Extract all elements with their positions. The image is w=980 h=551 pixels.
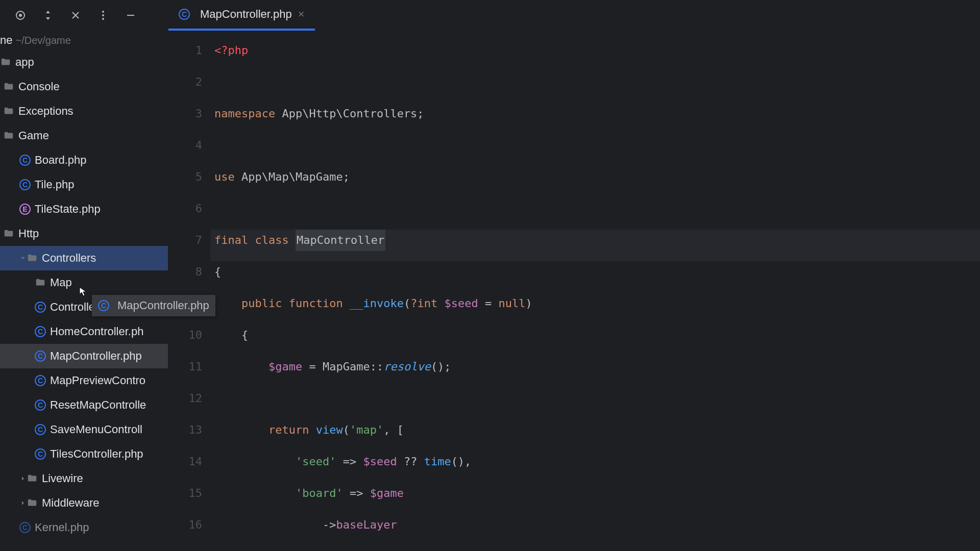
- code-line[interactable]: final class MapController: [210, 230, 980, 261]
- file-mapcontroller[interactable]: C MapController.php: [0, 344, 168, 368]
- project-root[interactable]: ne ~/Dev/game: [0, 31, 168, 50]
- drag-tooltip: C MapController.php: [92, 295, 215, 316]
- line-number: 1: [168, 40, 202, 71]
- code-line[interactable]: 'seed' => $seed ?? time(),: [210, 451, 980, 483]
- code-line[interactable]: [210, 135, 980, 166]
- code-line[interactable]: [210, 71, 980, 103]
- code-line[interactable]: $game = MapGame::resolve();: [210, 356, 980, 388]
- folder-icon: [3, 81, 14, 92]
- line-number: 15: [168, 483, 202, 514]
- editor-tab-bar: C MapController.php ×: [168, 0, 980, 31]
- file-tilestate[interactable]: E TileState.php: [0, 197, 168, 221]
- tree-label: MapController.php: [50, 349, 142, 363]
- code-line[interactable]: return view('map', [: [210, 419, 980, 451]
- minimize-icon[interactable]: [125, 9, 137, 21]
- project-sidebar: ne ~/Dev/game app Console Exceptions Gam…: [0, 0, 168, 551]
- folder-livewire[interactable]: Livewire: [0, 466, 168, 491]
- close-tab-icon[interactable]: ×: [298, 8, 305, 21]
- class-icon: C: [35, 350, 46, 362]
- tab-label: MapController.php: [200, 8, 292, 21]
- tree-label: Http: [18, 227, 39, 240]
- file-homecontroller[interactable]: C HomeController.ph: [0, 319, 168, 344]
- line-number: 3: [168, 103, 202, 135]
- more-icon[interactable]: [97, 9, 109, 21]
- class-icon: C: [19, 155, 31, 166]
- tree-label: Controllers: [42, 252, 96, 265]
- chevron-down-icon: [19, 255, 27, 262]
- file-resetmapcontroller[interactable]: C ResetMapControlle: [0, 393, 168, 417]
- tree-label: Exceptions: [18, 105, 74, 118]
- line-number: 14: [168, 451, 202, 483]
- code-line[interactable]: use App\Map\MapGame;: [210, 166, 980, 198]
- tree-label: Kernel.php: [35, 521, 89, 534]
- folder-http[interactable]: Http: [0, 221, 168, 246]
- file-tile[interactable]: C Tile.php: [0, 172, 168, 197]
- tree-label: HomeController.ph: [50, 325, 143, 338]
- line-number: 13: [168, 419, 202, 451]
- line-number: 7: [168, 230, 202, 261]
- line-number: 6: [168, 198, 202, 230]
- tree-label: MapPreviewContro: [50, 374, 145, 387]
- sidebar-toolbar: [0, 0, 168, 31]
- tree-label: Livewire: [42, 472, 83, 485]
- file-board[interactable]: C Board.php: [0, 148, 168, 172]
- tree-label: app: [15, 56, 34, 69]
- file-tilescontroller[interactable]: C TilesController.php: [0, 442, 168, 466]
- code-line[interactable]: {: [210, 324, 980, 356]
- tree-label: SaveMenuControll: [50, 423, 142, 436]
- folder-game[interactable]: Game: [0, 123, 168, 148]
- folder-middleware[interactable]: Middleware: [0, 491, 168, 515]
- tree-label: ResetMapControlle: [50, 398, 146, 412]
- folder-icon: [27, 473, 38, 484]
- folder-icon: [3, 130, 14, 141]
- chevron-right-icon: [19, 475, 27, 482]
- tree-label: Board.php: [35, 154, 87, 167]
- line-number: 11: [168, 356, 202, 388]
- code-content[interactable]: <?php namespace App\Http\Controllers; us…: [210, 31, 980, 551]
- folder-exceptions[interactable]: Exceptions: [0, 99, 168, 123]
- code-line[interactable]: <?php: [210, 40, 980, 71]
- code-area[interactable]: 1 2 3 4 5 6 7 8 9 10 11 12 13 14 15 16 <…: [168, 31, 980, 551]
- class-icon: C: [35, 399, 46, 411]
- svg-point-2: [102, 11, 104, 13]
- class-icon: C: [35, 326, 46, 337]
- line-number: 16: [168, 514, 202, 546]
- folder-icon: [3, 106, 14, 117]
- tooltip-label: MapController.php: [117, 299, 209, 312]
- svg-point-3: [102, 14, 104, 16]
- class-icon: C: [179, 9, 190, 20]
- folder-controllers[interactable]: Controllers: [0, 246, 168, 270]
- line-number: 2: [168, 71, 202, 103]
- file-kernel[interactable]: C Kernel.php: [0, 515, 168, 540]
- editor-tab-mapcontroller[interactable]: C MapController.php ×: [168, 0, 315, 31]
- code-line[interactable]: 'board' => $game: [210, 483, 980, 514]
- folder-app[interactable]: app: [0, 50, 168, 74]
- expand-collapse-icon[interactable]: [42, 9, 54, 21]
- folder-console[interactable]: Console: [0, 74, 168, 99]
- line-number: 12: [168, 388, 202, 419]
- svg-point-1: [19, 14, 21, 16]
- line-number: 8: [168, 261, 202, 293]
- code-line[interactable]: public function __invoke(?int $seed = nu…: [210, 293, 980, 324]
- folder-icon: [35, 277, 46, 288]
- tree-label: TilesController.php: [50, 447, 143, 461]
- class-icon: C: [35, 375, 46, 386]
- code-line[interactable]: namespace App\Http\Controllers;: [210, 103, 980, 135]
- folder-icon: [3, 228, 14, 239]
- code-line[interactable]: [210, 388, 980, 419]
- chevron-right-icon: [19, 499, 27, 507]
- file-savemenucontroller[interactable]: C SaveMenuControll: [0, 417, 168, 442]
- tree-label: TileState.php: [35, 203, 101, 216]
- close-icon[interactable]: [69, 9, 82, 21]
- target-icon[interactable]: [14, 9, 27, 21]
- code-line[interactable]: ->baseLayer: [210, 514, 980, 546]
- code-line[interactable]: {: [210, 261, 980, 293]
- tree-label: Game: [18, 129, 49, 142]
- line-number: 10: [168, 324, 202, 356]
- line-number: 5: [168, 166, 202, 198]
- enum-icon: E: [19, 204, 31, 215]
- code-line[interactable]: [210, 198, 980, 230]
- file-mappreviewcontroller[interactable]: C MapPreviewContro: [0, 368, 168, 393]
- line-number: 4: [168, 135, 202, 166]
- tree-label: Tile.php: [35, 178, 74, 191]
